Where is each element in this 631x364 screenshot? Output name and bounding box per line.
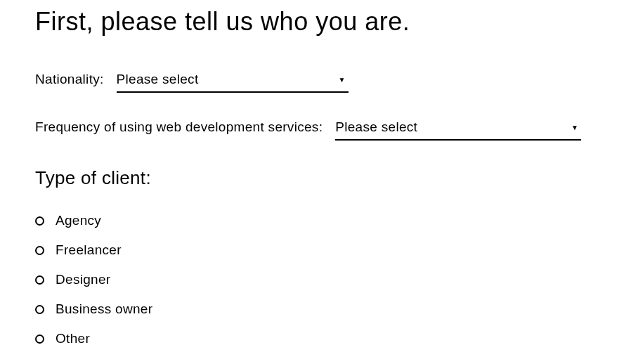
page-title: First, please tell us who you are. (35, 7, 596, 37)
radio-icon (35, 305, 44, 314)
nationality-label: Nationality: (35, 72, 104, 87)
nationality-row: Nationality: Please select ▼ (35, 72, 596, 93)
radio-label: Designer (56, 272, 110, 287)
client-type-radio-group: Agency Freelancer Designer Business owne… (35, 213, 596, 346)
frequency-select[interactable]: Please select ▼ (335, 119, 581, 141)
radio-option-freelancer[interactable]: Freelancer (35, 242, 596, 258)
frequency-row: Frequency of using web development servi… (35, 119, 596, 141)
radio-option-other[interactable]: Other (35, 331, 596, 346)
radio-option-agency[interactable]: Agency (35, 213, 596, 228)
nationality-select[interactable]: Please select ▼ (117, 72, 349, 93)
client-type-heading: Type of client: (35, 167, 596, 189)
radio-label: Freelancer (56, 242, 122, 258)
radio-icon (35, 216, 44, 226)
radio-icon (35, 275, 44, 285)
radio-label: Business owner (56, 301, 152, 317)
radio-label: Other (56, 331, 90, 346)
frequency-label: Frequency of using web development servi… (35, 119, 323, 135)
chevron-down-icon: ▼ (571, 124, 578, 131)
radio-option-business-owner[interactable]: Business owner (35, 301, 596, 317)
radio-label: Agency (56, 213, 101, 228)
radio-option-designer[interactable]: Designer (35, 272, 596, 287)
chevron-down-icon: ▼ (338, 76, 345, 84)
frequency-select-value: Please select (335, 119, 417, 135)
radio-icon (35, 246, 44, 255)
radio-icon (35, 334, 44, 344)
nationality-select-value: Please select (117, 72, 199, 87)
